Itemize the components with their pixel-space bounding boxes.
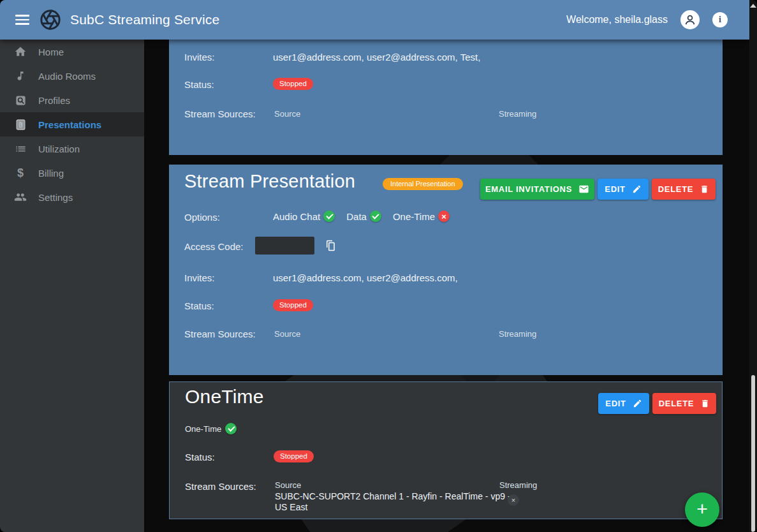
streaming-column-header: Streaming (499, 480, 537, 490)
status-badge: Stopped (274, 450, 314, 462)
source-column-header: Source (274, 329, 300, 339)
account-icon[interactable] (680, 10, 700, 29)
sidebar-item-label: Billing (38, 168, 64, 179)
source-column-header: Source (274, 109, 300, 119)
copy-icon[interactable] (322, 237, 339, 255)
streaming-column-header: Streaming (499, 109, 536, 119)
invites-value: user1@address.com, user2@address.com, (273, 272, 458, 283)
dollar-icon: $ (13, 165, 28, 181)
card-title: OneTime (185, 386, 264, 408)
attachment-icon (13, 117, 28, 132)
sidebar-item-billing[interactable]: $ Billing (0, 161, 144, 185)
presentation-card-onetime: OneTime EDIT DELETE One-Time Status: Sto… (169, 381, 723, 519)
sidebar-item-audio-rooms[interactable]: Audio Rooms (0, 64, 144, 88)
aperture-logo-icon (40, 9, 61, 31)
status-badge: Stopped (273, 299, 313, 311)
info-icon[interactable] (712, 12, 728, 27)
status-badge: Stopped (273, 78, 313, 90)
option-data: Data (346, 211, 381, 222)
stream-sources-label: Stream Sources: (185, 481, 256, 492)
stream-sources-label: Stream Sources: (184, 108, 256, 119)
edit-button[interactable]: EDIT (598, 393, 649, 414)
not-streaming-icon (508, 494, 519, 506)
app-window: SubC Streaming Service Welcome, sheila.g… (0, 0, 757, 532)
invites-label: Invites: (184, 272, 215, 283)
card-title: Stream Presentation (184, 171, 355, 192)
presentation-card-stream-presentation: Stream Presentation Internal Presentatio… (169, 165, 723, 375)
cross-circle-icon (438, 211, 450, 222)
sidebar-item-label: Audio Rooms (38, 71, 96, 82)
scrollbar-thumb[interactable] (751, 375, 755, 532)
stream-source-value: SUBC-NC-SUPORT2 Channel 1 - Rayfin - Rea… (275, 491, 511, 513)
edit-button[interactable]: EDIT (598, 179, 649, 200)
menu-icon[interactable] (15, 12, 29, 27)
welcome-text: Welcome, sheila.glass (566, 14, 668, 26)
trash-icon (700, 399, 710, 408)
option-audio-chat: Audio Chat (273, 211, 335, 222)
source-column-header: Source (275, 480, 301, 490)
home-icon (13, 44, 28, 59)
one-time-flag: One-Time (185, 423, 237, 434)
sidebar-item-home[interactable]: Home (0, 40, 144, 64)
invites-value: user1@address.com, user2@address.com, Te… (273, 52, 480, 63)
envelope-icon (578, 184, 589, 195)
music-note-icon (13, 68, 28, 84)
options-row: Audio Chat Data One-Time (273, 211, 455, 222)
sidebar: Home Audio Rooms Profiles Prese (0, 40, 144, 532)
access-code-label: Access Code: (184, 241, 244, 252)
status-label: Status: (184, 300, 214, 311)
status-label: Status: (184, 79, 214, 90)
options-label: Options: (184, 212, 220, 223)
people-icon (13, 189, 28, 205)
scrollbar-up-arrow[interactable] (750, 4, 756, 8)
list-icon (13, 141, 28, 156)
page-title: SubC Streaming Service (70, 12, 219, 27)
sidebar-item-label: Presentations (38, 119, 101, 130)
sidebar-item-label: Profiles (38, 95, 70, 106)
option-one-time: One-Time (393, 211, 450, 222)
stream-sources-label: Stream Sources: (184, 329, 256, 339)
access-code-value[interactable] (255, 237, 314, 255)
pencil-icon (633, 399, 642, 408)
internal-presentation-badge: Internal Presentation (383, 178, 463, 190)
streaming-column-header: Streaming (499, 329, 536, 339)
sidebar-item-label: Utilization (38, 144, 80, 154)
check-circle-icon (323, 211, 335, 222)
image-search-icon (13, 92, 28, 108)
sidebar-item-label: Settings (38, 192, 73, 203)
pencil-icon (632, 184, 642, 194)
presentation-card-partial: Invites: user1@address.com, user2@addres… (169, 40, 723, 155)
sidebar-item-utilization[interactable]: Utilization (0, 137, 144, 161)
delete-button[interactable]: DELETE (652, 179, 716, 200)
check-circle-icon (370, 211, 381, 222)
status-label: Status: (185, 452, 215, 462)
delete-button[interactable]: DELETE (652, 393, 716, 414)
check-circle-icon (225, 423, 237, 434)
sidebar-item-profiles[interactable]: Profiles (0, 88, 144, 112)
sidebar-item-label: Home (38, 47, 64, 57)
trash-icon (700, 184, 709, 194)
email-invitations-button[interactable]: EMAIL INVITATIONS (480, 179, 594, 200)
add-presentation-button[interactable] (685, 492, 719, 527)
sidebar-item-presentations[interactable]: Presentations (0, 112, 144, 137)
sidebar-item-settings[interactable]: Settings (0, 185, 144, 209)
scrollbar[interactable] (749, 0, 757, 532)
app-header: SubC Streaming Service Welcome, sheila.g… (0, 0, 749, 40)
invites-label: Invites: (184, 52, 215, 63)
